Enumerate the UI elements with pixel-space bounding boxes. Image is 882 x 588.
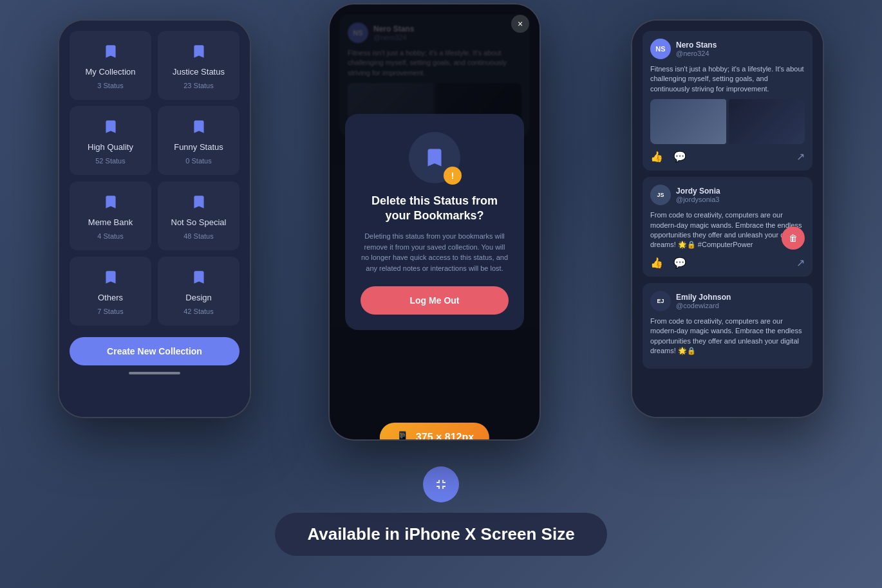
phone-icon: 📱 <box>395 430 409 439</box>
post-2-avatar: JS <box>650 185 671 205</box>
post-3-avatar: EJ <box>650 291 671 311</box>
post-1-header: NS Nero Stans @nero324 <box>650 39 805 59</box>
post-3-text: From code to creativity, computers are o… <box>650 317 805 356</box>
collection-item-my-collection[interactable]: My Collection 3 Status <box>70 31 151 100</box>
collection-name: Design <box>185 293 211 302</box>
collection-count: 0 Status <box>185 157 211 165</box>
post-1-img-2 <box>729 99 805 144</box>
collection-name: High Quality <box>88 142 133 152</box>
post-3-handle: @codewizard <box>676 302 731 309</box>
collection-name: Others <box>98 293 123 302</box>
bookmark-icon <box>189 267 209 288</box>
center-phone: NS Nero Stans @nero324 Fitness isn't jus… <box>328 3 541 441</box>
like-button[interactable]: 👍 <box>650 151 663 163</box>
collection-count: 4 Status <box>97 232 123 240</box>
right-post-2: JS Jordy Sonia @jordysonia3 From code to… <box>643 177 812 277</box>
collection-item-design[interactable]: Design 42 Status <box>158 257 239 326</box>
post-1-handle: @nero324 <box>676 50 717 57</box>
post-2-handle: @jordysonia3 <box>676 196 720 203</box>
collection-item-not-so-special[interactable]: Not So Special 48 Status <box>158 181 239 250</box>
collection-item-meme[interactable]: Meme Bank 4 Status <box>70 181 151 250</box>
post-2-user: Jordy Sonia @jordysonia3 <box>676 187 720 203</box>
size-badge-text: 375 × 812px <box>416 432 474 439</box>
post-1-img-1 <box>650 99 726 144</box>
collection-name: My Collection <box>85 67 135 77</box>
post-1-images <box>650 99 805 144</box>
collection-count: 23 Status <box>183 82 213 89</box>
home-indicator <box>129 372 180 374</box>
collection-count: 7 Status <box>97 308 123 315</box>
left-phone-inner: My Collection 3 Status Justice Status 23… <box>59 21 250 417</box>
bookmark-icon <box>189 116 209 137</box>
modal-card: ! Delete this Status from your Bookmarks… <box>345 114 523 331</box>
post-1-text: Fitness isn't just a hobby; it's a lifes… <box>650 64 805 94</box>
comment-button[interactable]: 💬 <box>673 151 686 163</box>
modal-bookmark-icon <box>423 146 446 169</box>
collection-grid: My Collection 3 Status Justice Status 23… <box>70 31 239 326</box>
collection-item-others[interactable]: Others 7 Status <box>70 257 151 326</box>
collection-name: Justice Status <box>173 67 225 77</box>
comment-button-2[interactable]: 💬 <box>673 257 686 269</box>
modal-title: Delete this Status from your Bookmarks? <box>361 194 508 224</box>
right-phone: NS Nero Stans @nero324 Fitness isn't jus… <box>631 19 824 418</box>
warning-badge: ! <box>444 167 462 185</box>
bookmark-icon <box>189 192 209 212</box>
create-collection-button[interactable]: Create New Collection <box>70 337 239 365</box>
collection-name: Not So Special <box>171 217 227 227</box>
share-button-2[interactable]: ↗ <box>796 257 805 269</box>
available-badge: Available in iPhone X Screen Size <box>275 513 606 556</box>
right-phone-inner: NS Nero Stans @nero324 Fitness isn't jus… <box>632 21 823 417</box>
collection-item-funny[interactable]: Funny Status 0 Status <box>158 106 239 175</box>
bookmark-icon <box>100 192 121 212</box>
available-text: Available in iPhone X Screen Size <box>307 524 574 544</box>
confirm-delete-button[interactable]: Log Me Out <box>361 286 508 315</box>
post-3-user: Emily Johnson @codewizard <box>676 293 731 309</box>
bookmark-icon <box>100 267 121 288</box>
post-1-actions: 👍 💬 ↗ <box>650 151 805 163</box>
bookmark-icon <box>189 41 209 62</box>
post-2-actions: 👍 💬 ↗ <box>650 257 805 269</box>
collection-count: 52 Status <box>95 157 125 165</box>
modal-icon-wrapper: ! <box>409 132 460 183</box>
bottom-section: Available in iPhone X Screen Size <box>0 466 882 556</box>
right-post-3: EJ Emily Johnson @codewizard From code t… <box>643 283 812 369</box>
compress-icon <box>423 466 459 502</box>
collection-count: 48 Status <box>183 232 213 240</box>
collection-count: 42 Status <box>183 308 213 315</box>
collection-name: Funny Status <box>174 142 223 152</box>
modal-overlay: × ! Delete this Status from your Bookmar… <box>330 5 540 439</box>
bookmark-icon <box>100 41 121 62</box>
modal-close-button[interactable]: × <box>511 15 529 33</box>
post-1-user: Nero Stans @nero324 <box>676 41 717 57</box>
like-button-2[interactable]: 👍 <box>650 257 663 269</box>
post-2-username: Jordy Sonia <box>676 187 720 196</box>
compress-svg <box>433 477 449 492</box>
post-1-avatar: NS <box>650 39 671 59</box>
left-phone: My Collection 3 Status Justice Status 23… <box>58 19 251 418</box>
post-3-header: EJ Emily Johnson @codewizard <box>650 291 805 311</box>
collection-item-justice[interactable]: Justice Status 23 Status <box>158 31 239 100</box>
post-3-username: Emily Johnson <box>676 293 731 302</box>
collection-count: 3 Status <box>97 82 123 89</box>
center-phone-inner: NS Nero Stans @nero324 Fitness isn't jus… <box>330 5 540 439</box>
bookmark-icon <box>100 116 121 137</box>
modal-description: Deleting this status from your bookmarks… <box>361 231 508 273</box>
share-button[interactable]: ↗ <box>796 151 805 163</box>
post-1-username: Nero Stans <box>676 41 717 50</box>
collection-name: Meme Bank <box>88 217 133 227</box>
size-badge: 📱 375 × 812px <box>380 423 489 439</box>
warning-exclamation: ! <box>451 170 455 181</box>
collection-item-high-quality[interactable]: High Quality 52 Status <box>70 106 151 175</box>
post-2-header: JS Jordy Sonia @jordysonia3 <box>650 185 805 205</box>
post-2-text: From code to creativity, computers are o… <box>650 210 805 250</box>
right-post-1: NS Nero Stans @nero324 Fitness isn't jus… <box>643 31 812 170</box>
